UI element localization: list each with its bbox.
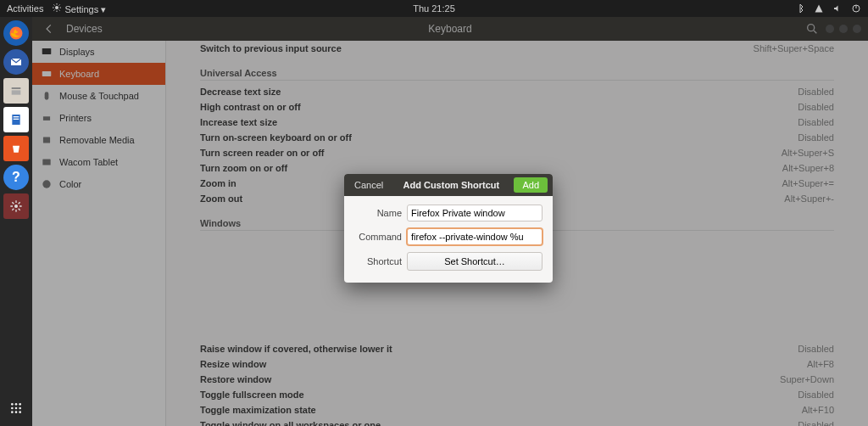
- set-shortcut-button[interactable]: Set Shortcut…: [407, 252, 542, 271]
- svg-point-11: [19, 403, 21, 406]
- svg-point-9: [11, 403, 14, 406]
- clock[interactable]: Thu 21:25: [413, 3, 455, 14]
- show-applications-button[interactable]: [3, 395, 29, 421]
- dock-software[interactable]: [3, 136, 29, 161]
- gear-icon: [9, 199, 23, 213]
- svg-rect-4: [12, 90, 21, 94]
- command-input[interactable]: [407, 228, 542, 245]
- dock-help[interactable]: ?: [3, 165, 29, 190]
- cancel-button[interactable]: Cancel: [349, 177, 388, 193]
- dock-settings[interactable]: [3, 193, 29, 219]
- name-input[interactable]: [407, 205, 542, 221]
- mail-icon: [9, 55, 23, 69]
- shortcut-label: Shortcut: [354, 256, 402, 266]
- dialog-title: Add Custom Shortcut: [403, 180, 500, 190]
- volume-icon: [832, 3, 843, 14]
- svg-point-14: [19, 407, 21, 410]
- dock-thunderbird[interactable]: [3, 49, 29, 75]
- add-custom-shortcut-dialog: Cancel Add Custom Shortcut Add Name Comm…: [344, 174, 553, 283]
- firefox-icon: [8, 25, 24, 41]
- svg-rect-6: [14, 116, 19, 117]
- svg-point-0: [55, 6, 58, 9]
- status-area[interactable]: [795, 3, 861, 14]
- help-icon: ?: [12, 170, 20, 185]
- name-label: Name: [354, 208, 402, 218]
- app-menu-label: Settings ▾: [64, 4, 106, 14]
- add-button[interactable]: Add: [514, 177, 548, 193]
- bluetooth-icon: [795, 3, 805, 14]
- dock-libreoffice[interactable]: [3, 107, 29, 132]
- dialog-header: Cancel Add Custom Shortcut Add: [344, 174, 553, 196]
- svg-rect-3: [12, 87, 21, 89]
- dock-files[interactable]: [3, 78, 29, 104]
- app-menu-indicator[interactable]: Settings ▾: [52, 3, 106, 15]
- svg-rect-7: [14, 119, 19, 120]
- gnome-top-panel: Activities Settings ▾ Thu 21:25: [0, 0, 868, 17]
- power-icon: [851, 3, 861, 14]
- ubuntu-dock: ?: [0, 17, 32, 426]
- network-icon: [814, 3, 824, 14]
- svg-point-13: [15, 407, 18, 410]
- apps-grid-icon: [9, 401, 23, 415]
- svg-point-8: [14, 205, 18, 208]
- svg-point-15: [11, 411, 14, 413]
- activities-button[interactable]: Activities: [7, 3, 43, 14]
- command-label: Command: [354, 232, 402, 242]
- document-icon: [9, 113, 23, 126]
- shopping-icon: [9, 142, 23, 155]
- svg-point-17: [19, 411, 21, 413]
- svg-point-10: [15, 403, 18, 406]
- files-icon: [9, 84, 23, 98]
- settings-icon: [52, 3, 62, 13]
- dock-firefox[interactable]: [3, 20, 29, 46]
- svg-point-16: [15, 411, 18, 413]
- svg-point-12: [11, 407, 14, 410]
